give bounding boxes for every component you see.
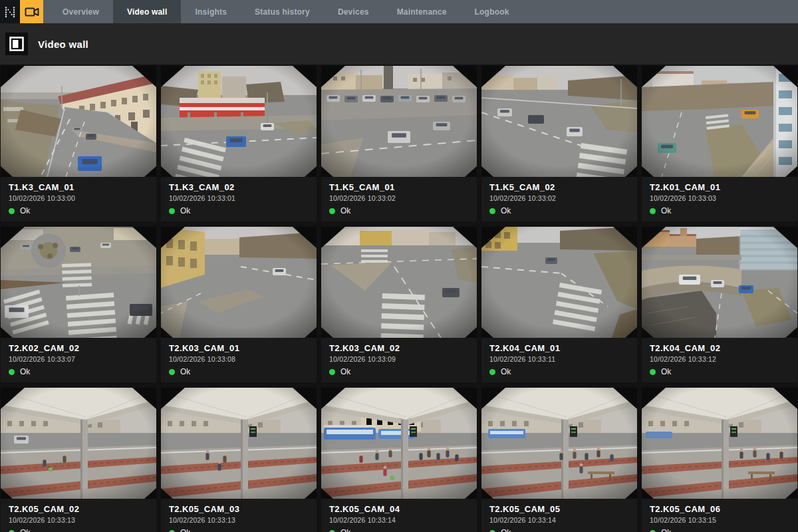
camera-name: T2.K04_CAM_01: [489, 343, 629, 353]
status-ok-dot: [9, 369, 15, 375]
status-label: Ok: [661, 528, 671, 532]
camera-tile[interactable]: T2.K02_CAM_0210/02/2026 10:33:07Ok: [1, 227, 156, 382]
camera-timestamp: 10/02/2026 10:33:12: [650, 355, 789, 363]
camera-tile[interactable]: T1.K3_CAM_0210/02/2026 10:33:01Ok: [161, 66, 317, 221]
camera-tile[interactable]: T2.K04_CAM_0110/02/2026 10:33:11Ok: [481, 227, 637, 382]
camera-tile[interactable]: T1.K5_CAM_0110/02/2026 10:33:02Ok: [321, 66, 477, 221]
status-label: Ok: [501, 528, 511, 532]
camera-info: T1.K5_CAM_0110/02/2026 10:33:02Ok: [321, 177, 477, 221]
tab-maintenance[interactable]: Maintenance: [383, 0, 461, 23]
camera-name: T2.K04_CAM_02: [650, 343, 789, 353]
tab-devices[interactable]: Devices: [324, 0, 383, 23]
status-ok-dot: [489, 369, 495, 375]
camera-timestamp: 10/02/2026 10:33:07: [9, 355, 148, 363]
camera-timestamp: 10/02/2026 10:33:15: [650, 516, 789, 524]
camera-tile[interactable]: T2.K03_CAM_0110/02/2026 10:33:08Ok: [161, 227, 317, 382]
tab-logbook[interactable]: Logbook: [461, 0, 523, 23]
camera-feed-image: [481, 66, 637, 177]
camera-tile[interactable]: T2.K05_CAM_0310/02/2026 10:33:13Ok: [161, 388, 317, 532]
camera-info: T2.K02_CAM_0210/02/2026 10:33:07Ok: [1, 338, 156, 382]
status-ok-dot: [650, 208, 656, 214]
camera-status: Ok: [329, 206, 469, 215]
camera-info: T2.K05_CAM_0310/02/2026 10:33:13Ok: [161, 499, 317, 532]
camera-tile[interactable]: T2.K03_CAM_0210/02/2026 10:33:09Ok: [321, 227, 477, 382]
camera-timestamp: 10/02/2026 10:33:09: [329, 355, 469, 363]
camera-name: T2.K05_CAM_02: [9, 504, 148, 514]
camera-feed-image: [161, 227, 317, 338]
camera-timestamp: 10/02/2026 10:33:00: [9, 194, 148, 202]
camera-feed-image: [481, 227, 637, 338]
camera-tile[interactable]: T2.K04_CAM_0210/02/2026 10:33:12Ok: [642, 227, 797, 382]
camera-feed-image: [321, 227, 477, 338]
camera-timestamp: 10/02/2026 10:33:13: [9, 516, 148, 524]
camera-tile[interactable]: T2.K05_CAM_0510/02/2026 10:33:14Ok: [481, 388, 637, 532]
top-nav: OverviewVideo wallInsightsStatus history…: [0, 0, 798, 23]
status-ok-dot: [329, 530, 335, 532]
camera-status: Ok: [489, 528, 629, 532]
camera-status: Ok: [650, 206, 789, 215]
camera-info: T2.K03_CAM_0210/02/2026 10:33:09Ok: [321, 338, 477, 382]
camera-tile[interactable]: T2.K05_CAM_0210/02/2026 10:33:13Ok: [1, 388, 156, 532]
camera-timestamp: 10/02/2026 10:33:11: [489, 355, 629, 363]
camera-name: T2.K02_CAM_02: [9, 343, 148, 353]
status-ok-dot: [169, 530, 175, 532]
camera-feed-image: [642, 66, 797, 177]
status-label: Ok: [340, 528, 350, 532]
camera-info: T2.K01_CAM_0110/02/2026 10:33:03Ok: [642, 177, 797, 221]
camera-timestamp: 10/02/2026 10:33:02: [329, 194, 469, 202]
camera-feed-image: [321, 388, 477, 499]
camera-timestamp: 10/02/2026 10:33:14: [329, 516, 469, 524]
camera-info: T1.K3_CAM_0210/02/2026 10:33:01Ok: [161, 177, 317, 221]
camera-status: Ok: [650, 367, 789, 376]
status-ok-dot: [650, 369, 656, 375]
camera-feed-image: [642, 227, 797, 338]
status-label: Ok: [180, 206, 190, 215]
camera-name: T2.K05_CAM_04: [329, 504, 469, 514]
tab-status-history[interactable]: Status history: [241, 0, 324, 23]
camera-status: Ok: [9, 206, 148, 215]
status-label: Ok: [20, 367, 30, 376]
camera-name: T1.K3_CAM_01: [9, 182, 148, 192]
video-camera-icon: [24, 5, 40, 19]
camera-tile[interactable]: T2.K05_CAM_0610/02/2026 10:33:15Ok: [642, 388, 797, 532]
camera-info: T2.K05_CAM_0410/02/2026 10:33:14Ok: [321, 499, 477, 532]
camera-tile[interactable]: T2.K01_CAM_0110/02/2026 10:33:03Ok: [642, 66, 797, 221]
camera-status: Ok: [329, 528, 469, 532]
pixel-n-logo-icon: [4, 6, 16, 18]
video-wall-icon: [5, 33, 28, 55]
camera-feed-image: [481, 388, 637, 499]
camera-info: T1.K3_CAM_0110/02/2026 10:33:00Ok: [1, 177, 156, 221]
camera-status: Ok: [329, 367, 469, 376]
tab-video-wall[interactable]: Video wall: [113, 0, 181, 23]
camera-timestamp: 10/02/2026 10:33:14: [489, 516, 629, 524]
status-ok-dot: [489, 530, 495, 532]
app-logo[interactable]: [0, 0, 20, 23]
camera-feed-image: [161, 66, 317, 177]
camera-status: Ok: [169, 528, 309, 532]
camera-feed-image: [1, 66, 156, 177]
status-label: Ok: [340, 367, 350, 376]
camera-tile[interactable]: T1.K3_CAM_0110/02/2026 10:33:00Ok: [1, 66, 156, 221]
status-ok-dot: [9, 208, 15, 214]
camera-info: T2.K05_CAM_0610/02/2026 10:33:15Ok: [642, 499, 797, 532]
camera-tile[interactable]: T2.K05_CAM_0410/02/2026 10:33:14Ok: [321, 388, 477, 532]
camera-status: Ok: [489, 206, 629, 215]
tab-overview[interactable]: Overview: [49, 0, 113, 23]
camera-mode-button[interactable]: [20, 0, 43, 23]
camera-feed-image: [321, 66, 477, 177]
camera-feed-image: [161, 388, 317, 499]
camera-name: T1.K3_CAM_02: [169, 182, 309, 192]
status-ok-dot: [489, 208, 495, 214]
camera-tile[interactable]: T1.K5_CAM_0210/02/2026 10:33:02Ok: [481, 66, 637, 221]
camera-feed-image: [642, 388, 797, 499]
status-label: Ok: [661, 206, 671, 215]
tab-insights[interactable]: Insights: [181, 0, 241, 23]
camera-status: Ok: [650, 528, 789, 532]
status-label: Ok: [501, 367, 511, 376]
camera-name: T2.K05_CAM_06: [650, 504, 789, 514]
camera-info: T2.K03_CAM_0110/02/2026 10:33:08Ok: [161, 338, 317, 382]
camera-timestamp: 10/02/2026 10:33:02: [489, 194, 629, 202]
camera-grid: T1.K3_CAM_0110/02/2026 10:33:00OkT1.K3_C…: [0, 65, 798, 532]
camera-name: T2.K01_CAM_01: [650, 182, 789, 192]
status-label: Ok: [501, 206, 511, 215]
